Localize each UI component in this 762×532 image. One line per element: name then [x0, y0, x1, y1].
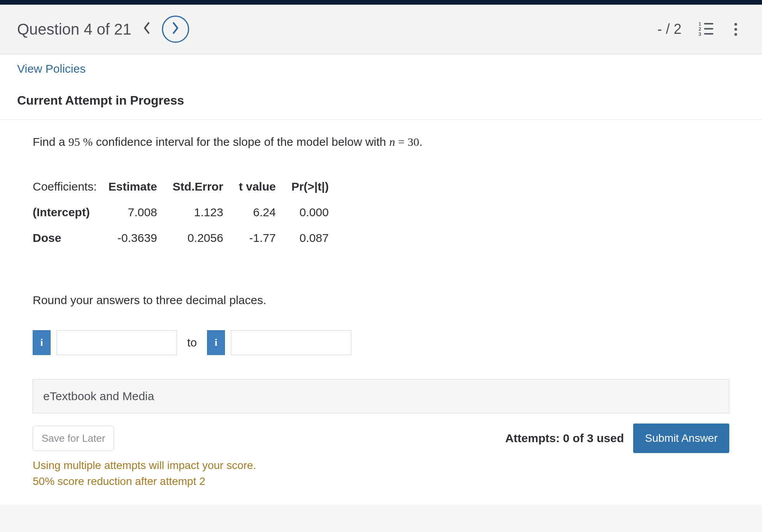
question-number: Question 4 of 21 — [17, 21, 132, 38]
question-list-button[interactable]: 1 2 3 — [697, 21, 715, 37]
save-for-later-button[interactable]: Save for Later — [33, 426, 114, 451]
prompt-text: Find a — [33, 135, 68, 148]
col-header: t value — [239, 174, 291, 200]
prev-question-button[interactable] — [142, 18, 152, 40]
upper-bound-input[interactable] — [231, 330, 351, 355]
answer-input-row: i to i — [33, 330, 729, 355]
etextbook-media-panel[interactable]: eTextbook and Media — [33, 379, 729, 413]
table-row: (Intercept) 7.008 1.123 6.24 0.000 — [33, 200, 344, 225]
table-row: Dose -0.3639 0.2056 -1.77 0.087 — [33, 225, 344, 251]
rounding-instruction: Round your answers to three decimal plac… — [33, 294, 729, 307]
cell: -1.77 — [239, 225, 291, 251]
attempt-status-title: Current Attempt in Progress — [0, 78, 762, 120]
table-header-row: Coefficients: Estimate Std.Error t value… — [33, 174, 344, 200]
col-header: Pr(>|t|) — [291, 174, 344, 200]
more-options-button[interactable] — [730, 21, 741, 37]
prompt-period: . — [419, 135, 422, 148]
cell: 0.000 — [291, 200, 344, 225]
submit-answer-button[interactable]: Submit Answer — [633, 424, 729, 453]
coefficients-caption: Coefficients: — [33, 174, 109, 200]
question-prompt: Find a 95 % confidence interval for the … — [33, 133, 729, 150]
question-header: Question 4 of 21 - / 2 1 2 3 — [0, 5, 762, 54]
info-icon[interactable]: i — [33, 330, 51, 355]
cell: 7.008 — [109, 200, 173, 225]
penalty-line: 50% score reduction after attempt 2 — [33, 474, 729, 490]
confidence-percent: 95 % — [68, 135, 93, 148]
n-value: 30 — [407, 135, 419, 148]
cell: -0.3639 — [109, 225, 173, 251]
cell: 1.123 — [173, 200, 239, 225]
attempts-remaining: Attempts: 0 of 3 used — [505, 432, 624, 445]
next-question-button[interactable] — [162, 16, 189, 43]
info-icon[interactable]: i — [207, 330, 225, 355]
equals-sign: = — [395, 135, 407, 148]
kebab-icon-dot — [734, 23, 737, 26]
cell: 0.087 — [291, 225, 344, 251]
lower-bound-input[interactable] — [56, 330, 177, 355]
row-label: (Intercept) — [33, 200, 109, 225]
chevron-left-icon — [143, 24, 150, 36]
view-policies-link[interactable]: View Policies — [17, 62, 86, 75]
penalty-line: Using multiple attempts will impact your… — [33, 458, 729, 474]
kebab-icon-dot — [734, 28, 737, 31]
cell: 6.24 — [239, 200, 291, 225]
kebab-icon-dot — [734, 33, 737, 36]
prompt-text: confidence interval for the slope of the… — [93, 135, 389, 148]
numbered-list-icon: 1 2 3 — [699, 23, 713, 35]
n-variable: n — [389, 135, 395, 148]
row-label: Dose — [33, 225, 109, 251]
to-label: to — [187, 336, 197, 349]
chevron-right-icon — [172, 22, 179, 37]
col-header: Estimate — [109, 174, 173, 200]
coefficients-table: Coefficients: Estimate Std.Error t value… — [33, 174, 344, 251]
app-topbar — [0, 0, 762, 5]
cell: 0.2056 — [173, 225, 239, 251]
attempt-penalty-note: Using multiple attempts will impact your… — [33, 458, 729, 489]
col-header: Std.Error — [173, 174, 239, 200]
score-display: - / 2 — [657, 21, 681, 37]
